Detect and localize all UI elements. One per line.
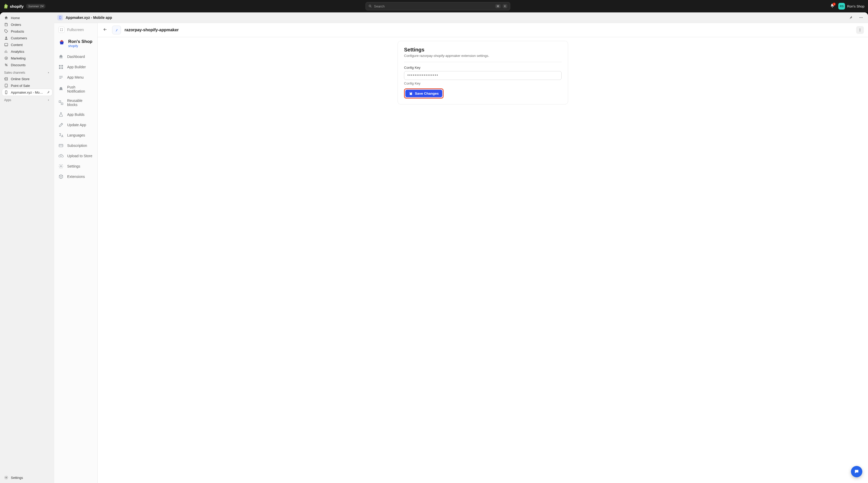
nav-section-apps[interactable]: Apps <box>2 96 52 103</box>
content-more-button[interactable] <box>856 26 864 34</box>
more-vertical-icon <box>858 28 862 32</box>
svg-point-11 <box>6 86 6 87</box>
main-column: Appmaker.xyz - Mobile app Fu <box>54 12 868 483</box>
shop-platform-link[interactable]: shopify <box>68 44 92 48</box>
search-input[interactable]: Search ⌘ K <box>366 2 510 10</box>
svg-point-31 <box>860 31 860 31</box>
app-nav-dashboard[interactable]: Dashboard <box>54 52 97 62</box>
kbd-cmd: ⌘ <box>495 4 501 8</box>
svg-point-8 <box>6 65 7 66</box>
svg-rect-26 <box>59 144 63 147</box>
avatar: RS <box>838 3 845 9</box>
nav-marketing[interactable]: Marketing <box>2 55 52 61</box>
target-icon <box>4 56 8 60</box>
basket-icon <box>58 39 65 46</box>
svg-rect-23 <box>61 67 63 69</box>
notifications-button[interactable]: 1 <box>830 3 835 9</box>
svg-point-18 <box>861 17 862 18</box>
search-icon <box>368 4 372 8</box>
card-title: Settings <box>404 47 562 53</box>
nav-orders[interactable]: Orders <box>2 21 52 28</box>
orders-icon <box>4 23 8 27</box>
svg-point-17 <box>860 17 860 18</box>
app-nav-builds[interactable]: App Builds <box>54 109 97 120</box>
tag-icon <box>4 29 8 33</box>
discount-icon <box>4 63 8 67</box>
brand: shopify Summer '24 <box>4 4 45 9</box>
svg-rect-24 <box>59 101 61 103</box>
shopify-logo[interactable]: shopify <box>4 4 24 9</box>
app-surface: Fullscreen Ron's Shop shopify Dashb <box>54 23 868 483</box>
left-nav: Home Orders Products Customers Content A… <box>0 12 54 483</box>
chat-fab[interactable] <box>851 466 862 477</box>
pin-icon <box>848 16 853 20</box>
chevron-right-icon <box>47 71 50 74</box>
divider <box>404 62 562 62</box>
app-nav-update[interactable]: Update App <box>54 120 97 130</box>
svg-point-6 <box>6 58 7 59</box>
app-sidebar: Fullscreen Ron's Shop shopify Dashb <box>54 23 98 483</box>
edition-pill[interactable]: Summer '24 <box>26 4 45 8</box>
svg-point-30 <box>860 30 860 30</box>
app-nav-app-builder[interactable]: App Builder <box>54 62 97 72</box>
nav-discounts[interactable]: Discounts <box>2 61 52 68</box>
gear-icon <box>58 164 64 169</box>
nav-pos[interactable]: Point of Sale <box>2 82 52 89</box>
person-icon <box>4 36 8 40</box>
app-nav-app-menu[interactable]: App Menu <box>54 72 97 83</box>
app-nav-reusable[interactable]: Reusable blocks <box>54 96 97 109</box>
svg-point-19 <box>862 17 863 18</box>
mobile-icon <box>58 16 62 19</box>
config-key-input[interactable] <box>404 71 562 80</box>
settings-card: Settings Configure razorpay-shopify-appm… <box>398 41 568 105</box>
nav-section-sales[interactable]: Sales channels <box>2 68 52 76</box>
chat-icon <box>854 469 859 474</box>
config-key-label: Config Key <box>404 66 562 69</box>
frame: Home Orders Products Customers Content A… <box>0 12 868 483</box>
chart-icon <box>4 49 8 54</box>
content-title: razorpay-shopify-appmaker <box>125 28 179 32</box>
app-nav-subscription[interactable]: Subscription <box>54 140 97 151</box>
fullscreen-button[interactable]: Fullscreen <box>54 23 97 36</box>
app-nav-upload[interactable]: Upload to Store <box>54 151 97 161</box>
chevron-right-icon <box>47 98 50 102</box>
card-icon <box>58 143 64 148</box>
config-key-help: Config Key <box>404 81 562 85</box>
svg-point-28 <box>60 166 62 167</box>
app-nav-languages[interactable]: Languages <box>54 130 97 140</box>
edit-icon <box>58 122 64 127</box>
pin-button[interactable] <box>847 14 855 22</box>
svg-point-16 <box>60 18 60 19</box>
nav-customers[interactable]: Customers <box>2 35 52 41</box>
nav-products[interactable]: Products <box>2 28 52 35</box>
app-nav-settings[interactable]: Settings <box>54 161 97 171</box>
shop-header[interactable]: Ron's Shop shopify <box>54 36 97 52</box>
save-changes-button[interactable]: Save Changes <box>405 90 442 97</box>
app-nav-push[interactable]: Push Notification <box>54 83 97 96</box>
topbar-center: Search ⌘ K <box>49 2 827 10</box>
menu-icon <box>58 75 64 80</box>
pin-icon[interactable] <box>46 90 50 94</box>
account-menu[interactable]: RS Ron's Shop <box>838 3 864 9</box>
arrow-left-icon <box>103 27 107 32</box>
nav-online-store[interactable]: Online Store <box>2 76 52 82</box>
app-nav-extensions[interactable]: Extensions <box>54 171 97 182</box>
account-name: Ron's Shop <box>847 4 864 8</box>
nav-settings[interactable]: Settings <box>2 474 52 481</box>
bell-icon <box>58 87 64 92</box>
app-icon <box>57 15 63 21</box>
flask-icon <box>58 112 64 117</box>
svg-rect-20 <box>59 65 61 66</box>
nav-analytics[interactable]: Analytics <box>2 48 52 55</box>
home-icon <box>58 54 64 59</box>
back-button[interactable] <box>102 26 108 34</box>
gear-icon <box>4 476 8 480</box>
pos-icon <box>4 84 8 88</box>
box-icon <box>58 174 64 179</box>
nav-home[interactable]: Home <box>2 15 52 21</box>
nav-content[interactable]: Content <box>2 41 52 48</box>
card-subtitle: Configure razorpay-shopify-appmaker exte… <box>404 54 562 58</box>
more-button[interactable] <box>857 14 865 22</box>
kbd-k: K <box>503 4 507 8</box>
nav-appmaker[interactable]: Appmaker.xyz - Mobi... <box>2 89 52 96</box>
